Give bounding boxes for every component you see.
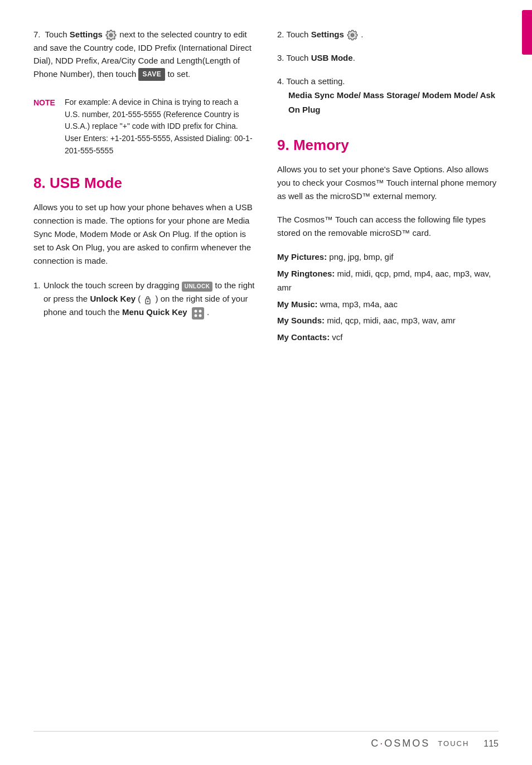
note-block: NOTE For example: A device in China is t…: [33, 96, 255, 157]
step-7-number: 7.: [33, 30, 41, 39]
svg-point-5: [147, 301, 149, 302]
settings-icon-2: [346, 29, 359, 41]
step-2: 2. Touch Settings .: [277, 28, 499, 41]
step-1-text1: Unlock the touch screen by dragging: [43, 280, 179, 290]
file-type-item: My Pictures: png, jpg, bmp, gif: [277, 250, 499, 264]
file-type-value: mid, qcp, midi, aac, mp3, wav, amr: [325, 316, 456, 325]
file-type-value: vcf: [330, 332, 342, 342]
usb-mode-section: 8. USB Mode Allows you to set up how you…: [33, 175, 255, 319]
step-3-number: 3.: [277, 53, 284, 62]
step-4-sub-text: Media Sync Mode/ Mass Storage/ Modem Mod…: [277, 88, 499, 117]
memory-body-2: The Cosmos™ Touch can access the followi…: [277, 213, 499, 240]
step-3-text-after: .: [353, 53, 355, 62]
svg-point-3: [109, 33, 113, 37]
svg-point-11: [351, 33, 354, 37]
file-type-item: My Contacts: vcf: [277, 330, 499, 345]
note-label: NOTE: [33, 96, 58, 157]
footer-brand: C·OSMOS: [371, 738, 430, 749]
menu-quick-key-icon: [191, 307, 205, 320]
two-col-layout: 7. Touch Settings next to the selected c…: [33, 28, 499, 346]
right-column: 2. Touch Settings . 3. Touch USB Mode. 4…: [277, 28, 499, 346]
file-type-item: My Music: wma, mp3, m4a, aac: [277, 297, 499, 312]
svg-point-7: [194, 309, 197, 312]
step-1: 1. Unlock the touch screen by dragging U…: [33, 279, 255, 319]
step-2-text: Touch Settings: [286, 30, 346, 39]
save-button: SAVE: [138, 68, 165, 81]
step-3-text: Touch USB Mode.: [286, 53, 355, 62]
step-7-text-end: to set.: [167, 69, 190, 79]
file-type-label: My Contacts:: [277, 332, 330, 342]
step-7: 7. Touch Settings next to the selected c…: [33, 28, 255, 81]
menu-quick-key-label: Menu Quick Key: [122, 307, 187, 317]
left-column: 7. Touch Settings next to the selected c…: [33, 28, 255, 346]
svg-point-8: [199, 309, 201, 312]
file-type-item: My Sounds: mid, qcp, midi, aac, mp3, wav…: [277, 313, 499, 328]
file-type-value: png, jpg, bmp, gif: [327, 252, 393, 262]
unlock-key-label: Unlock Key: [90, 294, 136, 303]
step-1-text3: (: [138, 294, 141, 303]
svg-point-10: [199, 314, 201, 317]
file-type-label: My Pictures:: [277, 252, 327, 262]
file-type-label: My Ringtones:: [277, 269, 335, 278]
file-type-label: My Music:: [277, 299, 318, 309]
footer: C·OSMOS TOUCH 115: [371, 738, 499, 749]
step-2-number: 2.: [277, 30, 284, 39]
file-type-label: My Sounds:: [277, 316, 325, 325]
unlock-badge: UNLOCK: [182, 282, 213, 292]
step-4: 4. Touch a setting. Media Sync Mode/ Mas…: [277, 75, 499, 117]
step-1-text5: .: [207, 307, 209, 317]
note-text: For example: A device in China is trying…: [65, 96, 255, 157]
svg-rect-6: [192, 307, 204, 319]
usb-mode-body: Allows you to set up how your phone beha…: [33, 201, 255, 268]
step-4-text: Touch a setting.: [286, 76, 345, 86]
page-container: 7. Touch Settings next to the selected c…: [0, 0, 532, 765]
footer-page-number: 115: [483, 739, 499, 749]
step-2-text-end: .: [361, 30, 363, 39]
footer-touch-label: TOUCH: [438, 739, 469, 748]
step-4-number: 4.: [277, 76, 284, 86]
unlock-key-icon: [144, 295, 152, 305]
file-types-list: My Pictures: png, jpg, bmp, gifMy Ringto…: [277, 250, 499, 344]
pink-tab: [522, 10, 532, 55]
file-type-item: My Ringtones: mid, midi, qcp, pmd, mp4, …: [277, 267, 499, 295]
usb-mode-label: USB Mode: [311, 53, 353, 62]
memory-heading: 9. Memory: [277, 137, 499, 154]
step-3: 3. Touch USB Mode.: [277, 51, 499, 65]
footer-line: [33, 731, 499, 732]
usb-mode-heading: 8. USB Mode: [33, 175, 255, 192]
settings-label-7: Settings: [70, 30, 103, 39]
cosmos-text: C: [371, 738, 380, 749]
step-1-number: 1.: [33, 279, 41, 292]
cosmos-text-rest: OSMOS: [384, 738, 430, 749]
settings-icon-7: [105, 29, 117, 41]
file-type-value: wma, mp3, m4a, aac: [318, 299, 398, 309]
memory-body-1: Allows you to set your phone's Save Opti…: [277, 163, 499, 203]
settings-label-2: Settings: [311, 30, 344, 39]
svg-point-9: [194, 314, 197, 317]
memory-section: 9. Memory Allows you to set your phone's…: [277, 137, 499, 344]
